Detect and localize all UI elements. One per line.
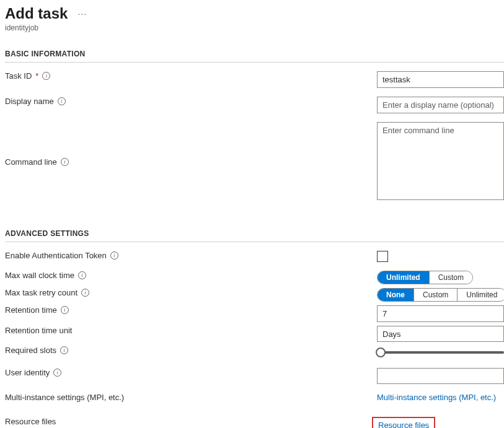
retention-unit-select[interactable]: Days (377, 326, 504, 342)
info-icon[interactable]: i (53, 369, 61, 377)
enable-auth-checkbox[interactable] (377, 251, 388, 262)
multi-instance-label: Multi-instance settings (MPI, etc.) (5, 393, 377, 402)
max-wall-label: Max wall clock time i (5, 271, 377, 280)
command-line-label: Command line i (5, 157, 377, 167)
max-retry-option-custom[interactable]: Custom (413, 289, 457, 301)
info-icon[interactable]: i (81, 289, 89, 297)
info-icon[interactable]: i (61, 306, 69, 314)
task-id-label: Task ID * i (5, 71, 377, 81)
section-advanced-heading: ADVANCED SETTINGS (5, 229, 504, 242)
multi-instance-link[interactable]: Multi-instance settings (MPI, etc.) (377, 393, 496, 402)
display-name-input[interactable] (377, 97, 504, 113)
max-retry-option-unlimited[interactable]: Unlimited (457, 289, 504, 301)
section-basic-heading: BASIC INFORMATION (5, 50, 504, 63)
user-identity-label: User identity i (5, 368, 377, 377)
page-subtitle: identityjob (5, 24, 504, 32)
max-wall-segmented: Unlimited Custom (377, 271, 473, 284)
retention-time-label: Retention time i (5, 305, 377, 315)
resource-files-label: Resource files (5, 417, 377, 426)
max-retry-option-none[interactable]: None (378, 289, 413, 301)
page-title: Add task (5, 5, 68, 22)
retention-time-input[interactable] (377, 305, 504, 322)
info-icon[interactable]: i (61, 158, 69, 166)
max-wall-option-unlimited[interactable]: Unlimited (378, 271, 429, 284)
resource-files-link[interactable]: Resource files (378, 421, 429, 428)
resource-files-highlight: Resource files (372, 417, 435, 428)
enable-auth-label: Enable Authentication Token i (5, 251, 377, 260)
info-icon[interactable]: i (58, 97, 66, 105)
info-icon[interactable]: i (78, 271, 86, 279)
info-icon[interactable]: i (110, 251, 118, 260)
more-actions-button[interactable]: ··· (77, 9, 87, 19)
display-name-label: Display name i (5, 97, 377, 106)
task-id-input[interactable] (377, 71, 504, 88)
retention-unit-label: Retention time unit (5, 326, 377, 335)
info-icon[interactable]: i (42, 72, 50, 80)
required-slots-slider[interactable] (377, 346, 504, 359)
max-retry-segmented: None Custom Unlimited (377, 288, 504, 302)
page-header: Add task ··· identityjob (5, 5, 504, 32)
max-retry-label: Max task retry count i (5, 288, 377, 297)
info-icon[interactable]: i (60, 346, 68, 354)
max-wall-option-custom[interactable]: Custom (429, 271, 472, 284)
command-line-input[interactable] (377, 122, 504, 200)
user-identity-select[interactable] (377, 368, 504, 384)
required-asterisk: * (35, 71, 38, 81)
slider-thumb[interactable] (376, 347, 386, 357)
required-slots-label: Required slots i (5, 346, 377, 355)
